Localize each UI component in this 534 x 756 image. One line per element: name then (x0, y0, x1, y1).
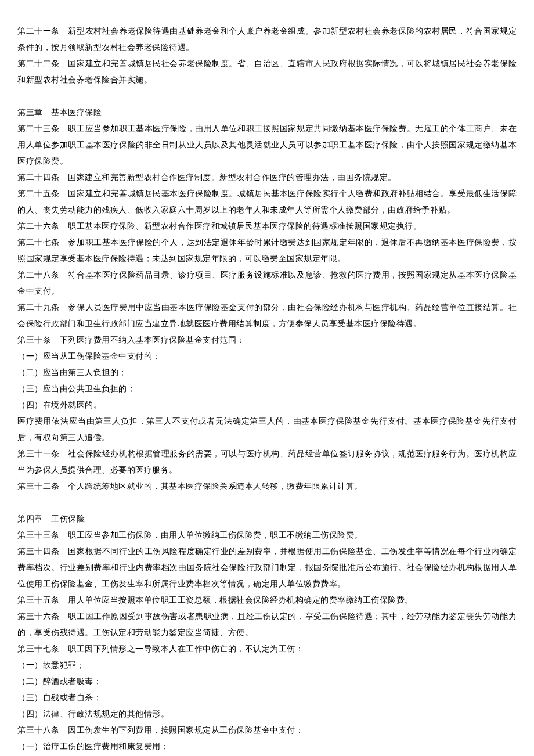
chapter-3-title: 第三章 基本医疗保险 (17, 105, 517, 121)
article-22: 第二十二条 国家建立和完善城镇居民社会养老保险制度。省、自治区、直辖市人民政府根… (17, 56, 517, 88)
article-37-item-1: （一）故意犯罪； (17, 657, 517, 674)
article-27: 第二十七条 参加职工基本医疗保险的个人，达到法定退休年龄时累计缴费达到国家规定年… (17, 235, 517, 267)
article-28: 第二十八条 符合基本医疗保险药品目录、诊疗项目、医疗服务设施标准以及急诊、抢救的… (17, 267, 517, 300)
article-36: 第三十六条 职工因工作原因受到事故伤害或者患职业病，且经工伤认定的，享受工伤保险… (17, 609, 517, 641)
article-35: 第三十五条 用人单位应当按照本单位职工工资总额，根据社会保险经办机构确定的费率缴… (17, 592, 517, 609)
article-30-item-2: （二）应当由第三人负担的； (17, 365, 517, 381)
article-37-item-4: （四）法律、行政法规规定的其他情形。 (17, 706, 517, 722)
article-38-item-1: （一）治疗工伤的医疗费用和康复费用； (17, 739, 517, 755)
article-23: 第二十三条 职工应当参加职工基本医疗保险，由用人单位和职工按照国家规定共同缴纳基… (17, 121, 517, 170)
article-30: 第三十条 下列医疗费用不纳入基本医疗保险基金支付范围： (17, 332, 517, 348)
article-25: 第二十五条 国家建立和完善城镇居民基本医疗保险制度。城镇居民基本医疗保险实行个人… (17, 186, 517, 218)
article-26: 第二十六条 职工基本医疗保险、新型农村合作医疗和城镇居民基本医疗保险的待遇标准按… (17, 218, 517, 235)
article-30-note: 医疗费用依法应当由第三人负担，第三人不支付或者无法确定第三人的，由基本医疗保险基… (17, 413, 517, 446)
article-31: 第三十一条 社会保险经办机构根据管理服务的需要，可以与医疗机构、药品经营单位签订… (17, 446, 517, 478)
article-37-item-2: （二）醉酒或者吸毒； (17, 674, 517, 690)
section-break (17, 88, 517, 105)
article-32: 第三十二条 个人跨统筹地区就业的，其基本医疗保险关系随本人转移，缴费年限累计计算… (17, 478, 517, 495)
article-30-item-3: （三）应当由公共卫生负担的； (17, 381, 517, 397)
article-34: 第三十四条 国家根据不同行业的工伤风险程度确定行业的差别费率，并根据使用工伤保险… (17, 543, 517, 592)
article-21: 第二十一条 新型农村社会养老保险待遇由基础养老金和个人账户养老金组成。参加新型农… (17, 23, 517, 56)
article-37: 第三十七条 职工因下列情形之一导致本人在工作中伤亡的，不认定为工伤： (17, 641, 517, 657)
article-29: 第二十九条 参保人员医疗费用中应当由基本医疗保险基金支付的部分，由社会保险经办机… (17, 300, 517, 332)
article-30-item-4: （四）在境外就医的。 (17, 397, 517, 413)
article-37-item-3: （三）自残或者自杀； (17, 690, 517, 706)
section-break (17, 495, 517, 511)
chapter-4-title: 第四章 工伤保险 (17, 511, 517, 527)
document-page: 第二十一条 新型农村社会养老保险待遇由基础养老金和个人账户养老金组成。参加新型农… (0, 0, 534, 756)
article-30-item-1: （一）应当从工伤保险基金中支付的； (17, 348, 517, 365)
article-33: 第三十三条 职工应当参加工伤保险，由用人单位缴纳工伤保险费，职工不缴纳工伤保险费… (17, 527, 517, 543)
article-38: 第三十八条 因工伤发生的下列费用，按照国家规定从工伤保险基金中支付： (17, 722, 517, 739)
article-24: 第二十四条 国家建立和完善新型农村合作医疗制度。新型农村合作医疗的管理办法，由国… (17, 170, 517, 186)
